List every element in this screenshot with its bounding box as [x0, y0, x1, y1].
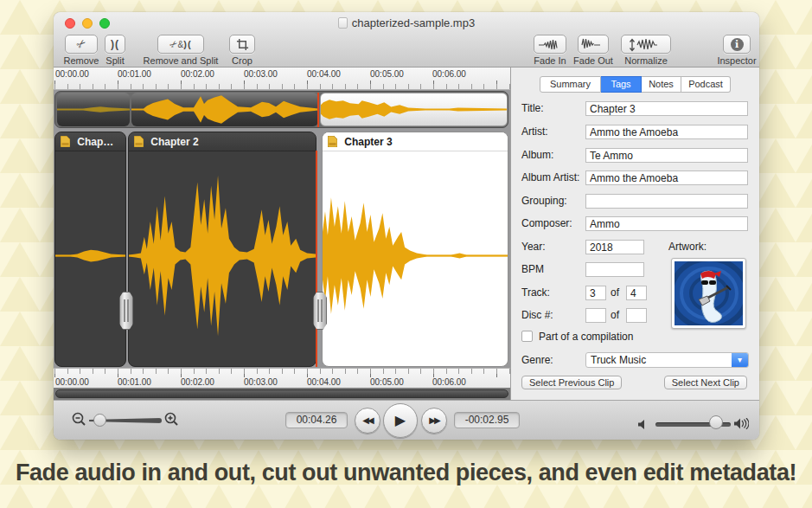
chevron-down-icon[interactable]: ▾	[732, 353, 748, 367]
track-of-label: of	[611, 286, 619, 299]
album-field[interactable]	[585, 148, 748, 163]
scissors-icon: ✂	[65, 35, 98, 54]
document-icon	[338, 17, 348, 29]
mp3-file-icon	[61, 136, 70, 147]
artist-label: Artist:	[521, 125, 548, 138]
clip-2-title: Chapter 2	[150, 136, 198, 148]
disc-of-label: of	[611, 309, 619, 321]
clip-chapter-1[interactable]: Chap…	[54, 132, 126, 367]
overview-segment-chapter3[interactable]	[320, 93, 508, 126]
fade-out-icon	[578, 35, 609, 54]
split-icon: )(	[105, 35, 125, 54]
clip-chapter-3-selected[interactable]: Chapter 3 − +	[322, 132, 508, 367]
album-artist-label: Album Artist:	[521, 171, 579, 183]
split-handle-1[interactable]	[119, 292, 133, 330]
split-button[interactable]: )( Split	[99, 35, 131, 66]
title-field[interactable]	[585, 101, 748, 116]
normalize-icon	[621, 35, 671, 54]
compilation-label: Part of a compilation	[539, 331, 633, 343]
timeline-ruler-top[interactable]: 00:00.00 00:01.00 00:02.00 00:03.00 00:0…	[54, 68, 510, 90]
clip-1-header[interactable]: Chap…	[55, 132, 125, 151]
composer-field[interactable]	[585, 216, 748, 231]
title-label: Title:	[521, 102, 544, 114]
genre-dropdown[interactable]: Truck Music ▾	[585, 352, 749, 368]
tab-tags[interactable]: Tags	[601, 76, 642, 93]
overview-playhead[interactable]	[317, 93, 319, 127]
clip-2-waveform[interactable]	[129, 152, 316, 366]
play-button[interactable]: ▶	[383, 403, 418, 438]
transport-bar: 00:04.26 ◀◀ ▶ ▶▶ -00:02.95	[54, 400, 759, 440]
split-handle-2[interactable]	[313, 292, 327, 330]
tab-notes[interactable]: Notes	[642, 76, 681, 93]
artwork-well[interactable]	[671, 258, 746, 329]
zoom-slider-knob[interactable]	[93, 414, 106, 427]
crop-icon	[229, 35, 255, 54]
volume-high-icon[interactable]	[734, 418, 749, 429]
crop-button[interactable]: Crop	[220, 35, 265, 66]
inspector-tabs: Summary Tags Notes Podcast	[540, 76, 731, 93]
grouping-field[interactable]	[585, 194, 748, 209]
clip-1-waveform[interactable]	[55, 152, 125, 366]
year-field[interactable]	[585, 240, 644, 254]
track-total-field[interactable]	[626, 286, 647, 300]
info-icon: i	[723, 35, 751, 54]
fade-in-icon	[534, 35, 566, 54]
mp3-file-icon	[134, 136, 144, 147]
genre-label: Genre:	[521, 354, 553, 366]
overview-segment-chapter1[interactable]	[57, 93, 130, 126]
rewind-button[interactable]: ◀◀	[355, 408, 380, 434]
minor-ticks	[54, 369, 510, 374]
album-artist-field[interactable]	[585, 170, 748, 185]
tab-podcast[interactable]: Podcast	[681, 76, 731, 93]
zoom-out-icon[interactable]	[72, 412, 86, 428]
scissors-split-icon: ✂&)(	[157, 35, 204, 54]
track-number-field[interactable]	[585, 286, 606, 300]
clip-1-title: Chap…	[77, 136, 113, 148]
bpm-label: BPM	[521, 263, 544, 275]
fade-in-button[interactable]: Fade In	[526, 35, 574, 66]
remove-and-split-button[interactable]: ✂&)( Remove and Split	[135, 35, 227, 66]
clip-2-header[interactable]: Chapter 2	[129, 132, 316, 151]
timeline-ruler-bottom[interactable]: 00:00.00 00:01.00 00:02.00 00:03.00 00:0…	[54, 368, 510, 388]
clip-3-title: Chapter 3	[344, 136, 392, 148]
horizontal-scrollbar[interactable]	[54, 388, 510, 400]
disc-number-field[interactable]	[585, 308, 606, 323]
select-next-clip-button[interactable]: Select Next Clip	[664, 376, 747, 389]
inspector-button[interactable]: i Inspector	[711, 35, 763, 66]
overview-segment-chapter2[interactable]	[131, 93, 318, 126]
fast-forward-button[interactable]: ▶▶	[421, 408, 447, 434]
volume-slider-knob[interactable]	[709, 415, 723, 429]
remaining-time-display: -00:02.95	[454, 412, 520, 428]
album-label: Album:	[521, 149, 553, 161]
marketing-caption: Fade audio in and out, cut out unwanted …	[0, 460, 812, 486]
clip-chapter-2[interactable]: Chapter 2	[128, 132, 316, 367]
remove-button[interactable]: ✂ Remove	[59, 35, 104, 66]
waveform-editor: 00:00.00 00:01.00 00:02.00 00:03.00 00:0…	[54, 68, 510, 400]
bpm-field[interactable]	[585, 262, 644, 277]
year-label: Year:	[521, 241, 546, 253]
zoom-in-icon[interactable]	[164, 412, 179, 428]
grouping-label: Grouping:	[521, 195, 567, 207]
track-label: Track:	[521, 286, 550, 299]
volume-low-icon[interactable]	[638, 420, 649, 429]
elapsed-time-display: 00:04.26	[285, 412, 348, 428]
composer-label: Composer:	[521, 217, 572, 229]
window-title-text: chapterized-sample.mp3	[352, 16, 475, 29]
mp3-file-icon	[328, 136, 337, 147]
audio-overview-strip[interactable]	[54, 91, 508, 128]
playhead-line[interactable]	[316, 151, 317, 367]
clip-3-waveform[interactable]	[323, 152, 508, 366]
compilation-checkbox[interactable]	[521, 331, 533, 342]
scrollbar-thumb[interactable]	[55, 389, 508, 398]
artist-field[interactable]	[585, 125, 748, 139]
normalize-button[interactable]: Normalize	[616, 35, 676, 66]
clip-3-header[interactable]: Chapter 3	[323, 132, 508, 151]
select-previous-clip-button[interactable]: Select Previous Clip	[521, 376, 622, 389]
genre-value: Truck Music	[591, 354, 646, 366]
artwork-label: Artwork:	[668, 241, 707, 253]
disc-label: Disc #:	[521, 309, 553, 321]
fade-out-button[interactable]: Fade Out	[569, 35, 617, 66]
album-artwork-image	[675, 261, 743, 325]
tab-summary[interactable]: Summary	[540, 76, 601, 93]
disc-total-field[interactable]	[626, 308, 647, 323]
